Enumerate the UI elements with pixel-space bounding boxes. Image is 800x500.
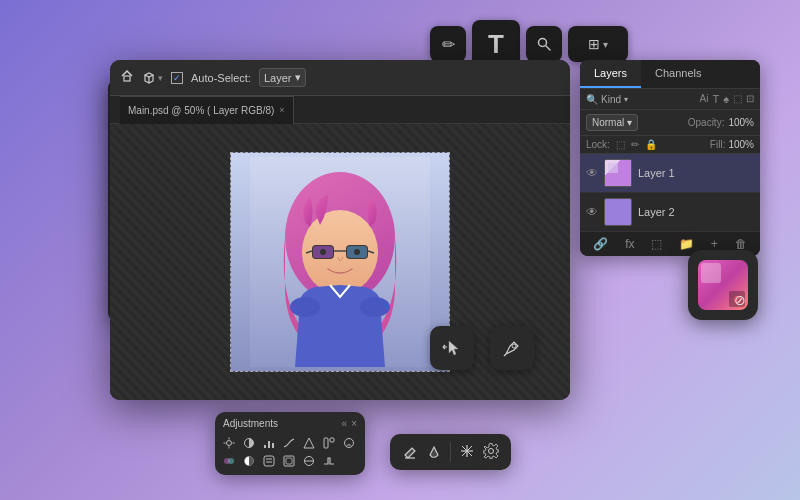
adjustments-header: Adjustments « ×	[221, 418, 359, 429]
svg-rect-42	[264, 456, 274, 466]
svg-rect-33	[268, 441, 270, 448]
adj-threshold-icon[interactable]	[321, 453, 337, 469]
adj-hue-icon[interactable]	[321, 435, 337, 451]
snowflake-icon[interactable]	[459, 443, 475, 462]
layer-1-thumbnail	[604, 159, 632, 187]
layer-group-icon[interactable]: 📁	[679, 237, 694, 251]
blend-mode-dropdown[interactable]: Normal ▾	[586, 114, 638, 131]
panel-separator	[450, 442, 451, 462]
svg-rect-46	[286, 458, 292, 464]
svg-marker-35	[304, 438, 314, 448]
svg-point-0	[539, 39, 547, 47]
paint-bucket-icon[interactable]	[426, 443, 442, 462]
layer-dropdown[interactable]: Layer ▾	[259, 68, 307, 87]
adj-saturation-icon[interactable]	[341, 435, 357, 451]
character-illustration	[231, 153, 449, 371]
tab-channels[interactable]: Channels	[641, 60, 715, 88]
eraser-icon[interactable]	[402, 443, 418, 462]
lock-brush-icon[interactable]: ✏	[631, 139, 639, 150]
layer-link-icon[interactable]: 🔗	[593, 237, 608, 251]
adj-curves-icon[interactable]	[281, 435, 297, 451]
filter-icons: Ai T ♠ ⬚ ⊡	[700, 93, 754, 105]
svg-rect-34	[272, 443, 274, 448]
lock-position-icon[interactable]: 🔒	[645, 139, 657, 150]
adj-exposure-icon[interactable]	[301, 435, 317, 451]
svg-point-25	[360, 297, 390, 317]
pink-card-floating[interactable]: ⊘	[688, 250, 758, 320]
fill-control[interactable]: Fill: 100%	[710, 139, 754, 150]
adj-black-white-icon[interactable]	[241, 453, 257, 469]
adj-color-balance-icon[interactable]	[221, 453, 237, 469]
svg-point-24	[290, 297, 320, 317]
adj-contrast-icon[interactable]	[241, 435, 257, 451]
svg-rect-32	[264, 445, 266, 448]
svg-point-26	[227, 441, 232, 446]
tab-close[interactable]: ×	[279, 105, 284, 115]
svg-point-23	[354, 249, 360, 255]
svg-rect-10	[124, 76, 130, 81]
settings-cross-icon[interactable]	[483, 443, 499, 462]
layer-delete-icon[interactable]: 🗑	[735, 237, 747, 251]
ps-toolbar: ▾ ✓ Auto-Select: Layer ▾	[110, 60, 570, 96]
adj-invert-icon[interactable]	[301, 453, 317, 469]
brush-tool-icon[interactable]: ✏	[430, 26, 466, 62]
tab-layers[interactable]: Layers	[580, 60, 641, 88]
main-tab[interactable]: Main.psd @ 50% ( Layer RGB/8) ×	[120, 96, 294, 124]
canvas-image-area	[230, 152, 450, 372]
opacity-control[interactable]: Opacity: 100%	[688, 117, 754, 128]
layer-2-thumbnail	[604, 198, 632, 226]
svg-line-53	[504, 354, 506, 356]
adj-brightness-icon[interactable]	[221, 435, 237, 451]
layer-fx-icon[interactable]: fx	[625, 237, 634, 251]
pen-tool-floating[interactable]	[490, 326, 534, 370]
pink-card-inner: ⊘	[698, 260, 748, 310]
adj-close-icon[interactable]: ×	[351, 418, 357, 429]
adj-icons-grid	[221, 435, 359, 469]
layer-item-1[interactable]: 👁 Layer 1	[580, 154, 760, 193]
blend-opacity-row: Normal ▾ Opacity: 100%	[580, 110, 760, 136]
grid-menu-icon[interactable]: ⊞ ▾	[568, 26, 628, 62]
adj-photo-filter-icon[interactable]	[261, 453, 277, 469]
layer-1-visibility-icon[interactable]: 👁	[586, 166, 598, 180]
search-icon[interactable]	[526, 26, 562, 62]
svg-point-38	[345, 439, 354, 448]
layer-2-visibility-icon[interactable]: 👁	[586, 205, 598, 219]
auto-select-checkbox[interactable]: ✓	[171, 72, 183, 84]
adj-collapse-icon[interactable]: «	[342, 418, 348, 429]
svg-rect-45	[284, 456, 294, 466]
svg-point-40	[228, 458, 234, 464]
adjustments-panel: Adjustments « ×	[215, 412, 365, 475]
svg-rect-37	[330, 438, 334, 442]
lock-fill-row: Lock: ⬚ ✏ 🔒 Fill: 100%	[580, 136, 760, 154]
layer-add-icon[interactable]: +	[711, 237, 718, 251]
layer-item-2[interactable]: 👁 Layer 2	[580, 193, 760, 232]
svg-point-59	[489, 448, 494, 453]
lock-transparent-icon[interactable]: ⬚	[616, 139, 625, 150]
layers-panel: Layers Channels 🔍 Kind ▾ Ai T ♠ ⬚ ⊡	[580, 60, 760, 256]
layers-filter-row: 🔍 Kind ▾ Ai T ♠ ⬚ ⊡	[580, 89, 760, 110]
adj-levels-icon[interactable]	[261, 435, 277, 451]
auto-select-label: Auto-Select:	[191, 72, 251, 84]
right-section: Layers Channels 🔍 Kind ▾ Ai T ♠ ⬚ ⊡	[580, 60, 760, 256]
svg-point-52	[512, 344, 516, 348]
home-icon[interactable]	[120, 69, 134, 86]
transform-icon[interactable]: ▾	[142, 71, 163, 85]
svg-point-22	[320, 249, 326, 255]
kind-filter[interactable]: 🔍 Kind ▾	[586, 94, 628, 105]
ps-tabbar: Main.psd @ 50% ( Layer RGB/8) ×	[110, 96, 570, 124]
adj-controls: « ×	[342, 418, 357, 429]
cursor-tool-floating[interactable]	[430, 326, 474, 370]
bottom-center-panel	[390, 434, 511, 470]
adj-channel-mixer-icon[interactable]	[281, 453, 297, 469]
layer-mask-icon[interactable]: ⬚	[651, 237, 662, 251]
svg-line-1	[546, 46, 550, 50]
svg-rect-36	[324, 438, 328, 448]
layers-tabs: Layers Channels	[580, 60, 760, 89]
